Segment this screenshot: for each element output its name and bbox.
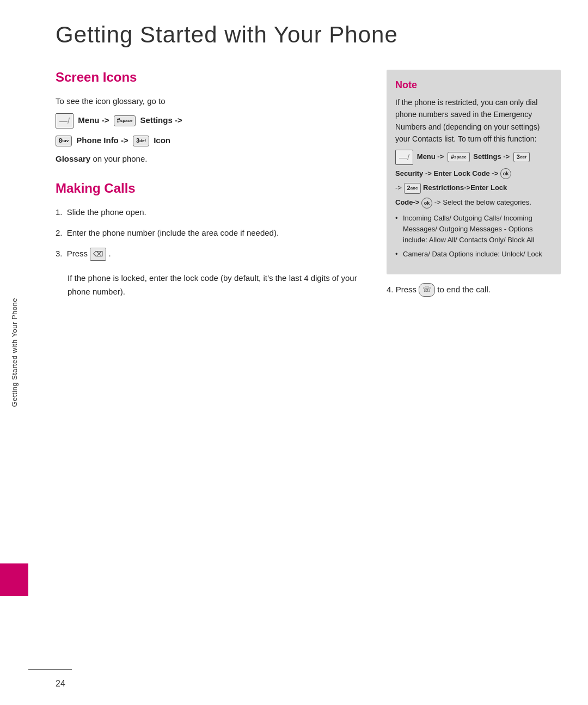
- step-3: 3. Press ⌫ .: [56, 247, 365, 261]
- making-calls-heading: Making Calls: [56, 181, 365, 196]
- making-calls-list: 1. Slide the phone open. 2. Enter the ph…: [56, 206, 365, 261]
- hash-key: #space: [114, 115, 136, 126]
- note-3-key: 3def: [513, 152, 530, 162]
- screen-icons-glossary: Glossary on your phone.: [56, 152, 365, 165]
- screen-icons-intro: To see the icon glossary, go to: [56, 95, 365, 108]
- screen-icons-instruction2: 8tuv Phone Info -> 3def Icon: [56, 134, 365, 147]
- step-4: 4. Press ☏ to end the call.: [387, 283, 561, 297]
- step-2: 2. Enter the phone number (include the a…: [56, 226, 365, 240]
- note-security-line: Security -> Enter Lock Code -> ok: [395, 168, 552, 180]
- note-menu-key: —/: [395, 150, 413, 165]
- sidebar-label: Getting Started with Your Phone: [10, 298, 19, 407]
- left-column: Screen Icons To see the icon glossary, g…: [56, 70, 365, 299]
- note-heading: Note: [395, 79, 552, 91]
- three-key: 3def: [133, 136, 149, 146]
- note-intro: If the phone is restricted, you can only…: [395, 96, 552, 145]
- bullet-1: Incoming Calls/ Outgoing Calls/ Incoming…: [395, 213, 552, 246]
- sidebar: Getting Started with Your Phone: [0, 0, 28, 705]
- ok-button: ok: [500, 168, 511, 179]
- eight-key: 8tuv: [56, 136, 72, 146]
- step-1: 1. Slide the phone open.: [56, 206, 365, 219]
- footer-line: [28, 669, 72, 670]
- ok-button-2: ok: [421, 198, 432, 209]
- menu-key-icon: —/: [56, 113, 74, 128]
- screen-icons-instruction: —/ Menu -> #space Settings ->: [56, 113, 365, 128]
- note-restrictions-line: -> 2abc Restrictions->Enter Lock: [395, 182, 552, 194]
- note-box: Note If the phone is restricted, you can…: [387, 70, 561, 274]
- columns-layout: Screen Icons To see the icon glossary, g…: [56, 70, 561, 302]
- bullet-2: Camera/ Data Options include: Unlock/ Lo…: [395, 249, 552, 260]
- page-title: Getting Started with Your Phone: [56, 22, 561, 48]
- end-call-icon: ☏: [419, 283, 435, 297]
- sidebar-accent: [0, 563, 28, 596]
- page-number: 24: [56, 679, 65, 689]
- note-code-line: Code-> ok -> Select the below categories…: [395, 197, 552, 209]
- right-column: Note If the phone is restricted, you can…: [387, 70, 561, 302]
- call-press-icon: ⌫: [90, 248, 106, 261]
- note-bullets: Incoming Calls/ Outgoing Calls/ Incoming…: [395, 213, 552, 260]
- footer: 24: [28, 679, 588, 689]
- note-2-key: 2abc: [404, 183, 421, 193]
- note-hash-key: #space: [448, 152, 470, 162]
- main-content: Getting Started with Your Phone Screen I…: [28, 0, 588, 705]
- step-3-extra: If the phone is locked, enter the lock c…: [68, 272, 365, 299]
- note-instruction1: —/ Menu -> #space Settings -> 3def: [395, 150, 552, 165]
- screen-icons-heading: Screen Icons: [56, 70, 365, 85]
